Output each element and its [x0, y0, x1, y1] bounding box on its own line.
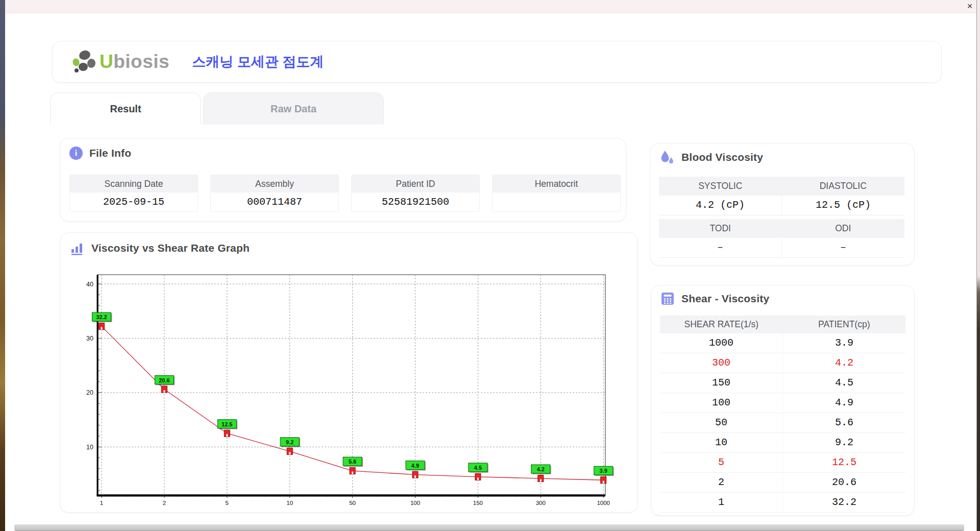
- patient-cell: 9.2: [782, 433, 905, 452]
- viscosity-graph-card: Viscosity vs Shear Rate Graph 1020304012…: [60, 232, 638, 513]
- svg-text:50: 50: [349, 500, 356, 506]
- table-row: 100 4.9: [660, 393, 905, 413]
- shear-rate-header: SHEAR RATE(1/s): [660, 316, 783, 333]
- patient-cell: 20.6: [782, 473, 905, 492]
- table-row: 1 32.2: [660, 493, 905, 513]
- svg-text:4.2: 4.2: [537, 466, 545, 472]
- file-info-fields: Scanning Date 2025-09-15 Assembly 000711…: [69, 175, 621, 212]
- svg-text:4.9: 4.9: [411, 463, 419, 469]
- droplets-icon: [659, 150, 675, 165]
- svg-text:4.5: 4.5: [474, 465, 482, 471]
- odi-label: ODI: [782, 219, 905, 238]
- table-row: 5 12.5: [660, 453, 905, 473]
- svg-text:10: 10: [286, 500, 293, 506]
- table-row: 10 9.2: [660, 433, 905, 453]
- svg-text:20.6: 20.6: [159, 377, 169, 383]
- table-row: 50 5.6: [660, 413, 905, 433]
- window-bottom-bar: [14, 524, 964, 530]
- svg-text:300: 300: [536, 500, 546, 506]
- field-scanning-date: Scanning Date 2025-09-15: [69, 175, 198, 212]
- viscosity-chart: 102030401251050100150300100032.220.612.5…: [60, 233, 638, 512]
- shear-rate-cell: 100: [660, 393, 782, 413]
- field-label: Assembly: [211, 175, 338, 192]
- svg-text:20: 20: [86, 389, 93, 396]
- shear-rate-cell: 5: [660, 453, 782, 472]
- patient-cell: 3.9: [782, 333, 905, 353]
- field-assembly: Assembly 000711487: [210, 175, 339, 212]
- table-row: 150 4.5: [660, 373, 905, 393]
- svg-text:40: 40: [86, 281, 93, 288]
- desktop-background-left: [0, 0, 5, 531]
- blood-viscosity-title: Blood Viscosity: [681, 151, 763, 163]
- systolic-value: 4.2 (cP): [659, 196, 781, 215]
- patient-cell: 4.2: [782, 353, 905, 373]
- svg-text:2: 2: [163, 500, 166, 506]
- todi-value: –: [659, 238, 781, 257]
- field-value: [493, 192, 620, 211]
- app-header-card: Ubiosis 스캐닝 모세관 점도계: [52, 41, 942, 83]
- svg-text:12.5: 12.5: [222, 421, 232, 427]
- patient-header: PATIENT(cp): [783, 316, 906, 333]
- svg-text:100: 100: [410, 500, 420, 506]
- shear-rate-cell: 50: [660, 413, 782, 432]
- patient-cell: 4.9: [782, 393, 905, 413]
- diastolic-value: 12.5 (cP): [781, 196, 904, 215]
- diastolic-label: DIASTOLIC: [782, 177, 905, 196]
- svg-text:150: 150: [473, 500, 483, 506]
- blood-viscosity-table: SYSTOLIC DIASTOLIC 4.2 (cP) 12.5 (cP) TO…: [659, 177, 904, 258]
- table-grid-icon: [660, 292, 675, 306]
- info-icon: i: [69, 147, 83, 160]
- logo-text: Ubiosis: [100, 51, 169, 73]
- table-row: 300 4.2: [660, 353, 905, 373]
- field-value: 52581921500: [352, 192, 479, 211]
- svg-text:1: 1: [100, 500, 103, 506]
- desktop-background-right: [976, 0, 980, 531]
- tab-raw-data[interactable]: Raw Data: [203, 92, 384, 125]
- file-info-card: i File Info Scanning Date 2025-09-15 Ass…: [60, 138, 626, 222]
- tab-result[interactable]: Result: [50, 92, 201, 125]
- shear-rate-cell: 150: [660, 373, 782, 393]
- field-hematocrit: Hematocrit: [492, 175, 621, 212]
- app-title: 스캐닝 모세관 점도계: [192, 53, 324, 71]
- field-label: Patient ID: [352, 175, 479, 192]
- field-value: 2025-09-15: [70, 192, 198, 211]
- svg-text:3.9: 3.9: [600, 468, 607, 474]
- todi-label: TODI: [659, 219, 782, 238]
- patient-cell: 12.5: [782, 453, 905, 472]
- shear-rate-cell: 1: [660, 493, 782, 512]
- close-icon[interactable]: ×: [964, 1, 975, 12]
- shear-viscosity-title: Shear - Viscosity: [681, 293, 769, 305]
- odi-value: –: [781, 238, 904, 257]
- svg-text:32.2: 32.2: [96, 314, 107, 320]
- field-patient-id: Patient ID 52581921500: [351, 175, 480, 212]
- shear-viscosity-card: Shear - Viscosity SHEAR RATE(1/s) PATIEN…: [651, 285, 915, 516]
- ubiosis-pebbles-icon: [71, 49, 97, 75]
- patient-cell: 5.6: [782, 413, 905, 432]
- patient-cell: 4.5: [782, 373, 905, 393]
- tab-result-label: Result: [110, 103, 141, 115]
- svg-text:5.6: 5.6: [349, 458, 356, 465]
- blood-viscosity-card: Blood Viscosity SYSTOLIC DIASTOLIC 4.2 (…: [650, 143, 915, 266]
- systolic-label: SYSTOLIC: [659, 177, 782, 196]
- shear-rate-cell: 2: [660, 473, 782, 492]
- field-value: 000711487: [211, 192, 338, 211]
- svg-text:30: 30: [86, 335, 93, 342]
- field-label: Scanning Date: [70, 175, 198, 192]
- field-label: Hematocrit: [493, 175, 620, 192]
- shear-rate-cell: 300: [660, 353, 782, 373]
- svg-text:5: 5: [226, 500, 229, 506]
- shear-rate-cell: 1000: [660, 333, 782, 353]
- ubiosis-logo: Ubiosis: [71, 49, 169, 75]
- table-row: 2 20.6: [660, 473, 905, 493]
- shear-rate-cell: 10: [660, 433, 782, 452]
- svg-text:1000: 1000: [597, 500, 610, 506]
- file-info-title: File Info: [89, 147, 131, 159]
- svg-text:10: 10: [86, 444, 93, 451]
- tab-raw-data-label: Raw Data: [271, 103, 316, 115]
- window-titlebar: [5, 0, 976, 13]
- table-row: 1000 3.9: [660, 333, 905, 353]
- shear-viscosity-table: SHEAR RATE(1/s) PATIENT(cp) 1000 3.9 300…: [660, 316, 905, 513]
- patient-cell: 32.2: [782, 493, 905, 512]
- svg-text:9.2: 9.2: [286, 439, 293, 445]
